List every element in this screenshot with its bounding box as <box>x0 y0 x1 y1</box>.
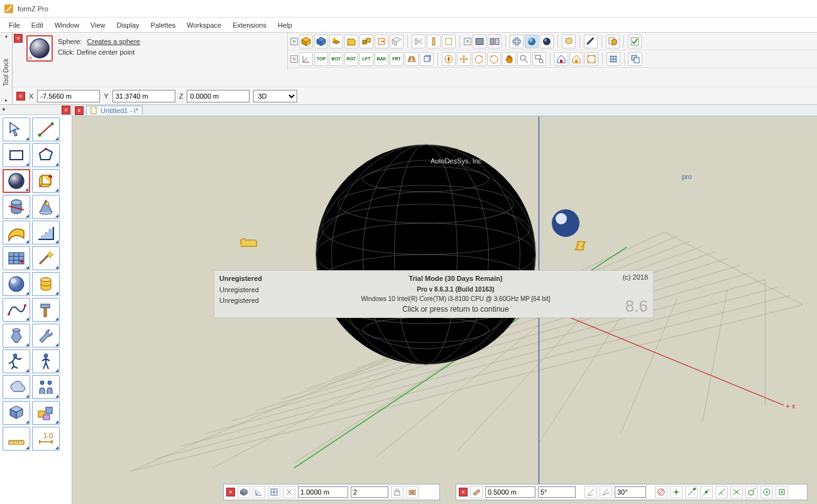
copy-view-icon[interactable] <box>628 52 642 66</box>
globe-dark-icon[interactable] <box>540 35 554 48</box>
close-icon[interactable]: × <box>464 38 471 45</box>
snap-face-icon[interactable] <box>776 486 788 498</box>
snap-angle1-input[interactable] <box>538 486 576 498</box>
menu-view[interactable]: View <box>85 19 111 31</box>
grid-small-icon[interactable] <box>268 486 280 498</box>
home-orange-icon[interactable] <box>569 52 583 66</box>
lock-icon[interactable] <box>391 486 403 498</box>
menu-file[interactable]: File <box>4 19 25 31</box>
splash-info-panel[interactable]: Unregistered Unregistered Unregistered T… <box>214 270 654 318</box>
grid-toggle-icon[interactable] <box>606 52 620 66</box>
box-outline-icon[interactable] <box>442 35 456 48</box>
tool-vase[interactable] <box>3 324 30 348</box>
cube-wire-icon[interactable] <box>420 52 434 66</box>
tool-curve[interactable] <box>3 298 30 322</box>
axes-icon[interactable] <box>299 52 313 66</box>
angle-b-icon[interactable] <box>600 486 612 498</box>
tool-cloud[interactable] <box>3 375 30 399</box>
tool-sphere[interactable] <box>3 169 30 193</box>
snap-angle2-input[interactable] <box>615 486 646 498</box>
panel-shaded-icon[interactable] <box>473 35 486 48</box>
tool-line[interactable] <box>32 118 60 141</box>
menu-extensions[interactable]: Extensions <box>228 19 271 31</box>
bar-icon[interactable] <box>427 35 441 48</box>
chevron-icon[interactable]: ▾ <box>5 34 8 40</box>
tool-barrel[interactable] <box>32 272 60 296</box>
globe-wire-icon[interactable] <box>510 35 524 48</box>
close-icon[interactable]: × <box>290 38 298 45</box>
grid-div-input[interactable] <box>351 486 388 498</box>
tool-wand[interactable] <box>32 246 60 270</box>
move-arrows-icon[interactable] <box>457 52 471 66</box>
axes-small-icon[interactable] <box>253 486 265 498</box>
tool-ruler[interactable] <box>3 427 30 451</box>
tool-person-stand[interactable] <box>32 349 60 373</box>
tool-cone[interactable] <box>32 195 60 219</box>
cube-ghost-icon[interactable] <box>390 35 403 48</box>
close-icon[interactable]: × <box>16 92 25 101</box>
cube-sun-icon[interactable] <box>329 35 343 48</box>
view-bak-button[interactable]: BAK <box>375 52 388 66</box>
close-icon[interactable]: × <box>75 106 84 115</box>
snap-end-icon[interactable] <box>685 486 698 498</box>
tool-stairs[interactable] <box>32 221 60 244</box>
snap-intersect-icon[interactable] <box>730 486 743 498</box>
cubes-icon[interactable] <box>359 35 373 48</box>
view-top-button[interactable]: TOP <box>314 52 328 66</box>
no-snap-icon[interactable] <box>655 486 667 498</box>
angle-a-icon[interactable] <box>584 486 597 498</box>
view-bot-button[interactable]: BOT <box>329 52 343 66</box>
tool-arrow[interactable] <box>3 118 30 141</box>
shaded-cube-icon[interactable] <box>238 486 250 498</box>
cube-arrow-icon[interactable] <box>375 35 388 48</box>
delete-plane-icon[interactable] <box>406 486 419 498</box>
tool-cube-plus[interactable] <box>32 169 60 193</box>
menu-window[interactable]: Window <box>50 19 84 31</box>
view-lft-button[interactable]: LFT <box>359 52 373 66</box>
tool-rect[interactable] <box>3 143 30 167</box>
tool-wrench[interactable] <box>32 324 60 348</box>
close-icon[interactable]: × <box>14 34 23 43</box>
coord-y-input[interactable] <box>112 90 175 102</box>
home-red-icon[interactable] <box>554 52 568 66</box>
fit-icon[interactable] <box>584 52 598 66</box>
hand-icon[interactable] <box>502 52 516 66</box>
menu-help[interactable]: Help <box>273 19 297 31</box>
snap-tangent-icon[interactable] <box>745 486 758 498</box>
check-green-icon[interactable] <box>628 35 642 48</box>
snap-perp-icon[interactable] <box>715 486 728 498</box>
cube-blue-icon[interactable] <box>314 35 328 48</box>
globe-shaded-icon[interactable] <box>525 35 539 48</box>
rotate-right-icon[interactable] <box>487 52 501 66</box>
tool-poly[interactable] <box>32 143 60 167</box>
tool-people[interactable] <box>32 375 60 399</box>
view-rgt-button[interactable]: RGT <box>344 52 358 66</box>
scissors-icon[interactable] <box>412 35 425 48</box>
panel-multi-icon[interactable] <box>488 35 502 48</box>
coord-mode-select[interactable]: 3D <box>253 90 297 102</box>
snap-dist-input[interactable] <box>485 486 535 498</box>
grid-size-input[interactable] <box>298 486 348 498</box>
tool-dims[interactable]: 1.0 <box>32 427 60 451</box>
cube-open-icon[interactable] <box>344 35 358 48</box>
cube-yellow-icon[interactable] <box>299 35 313 48</box>
triangle-icon[interactable]: ▼ <box>1 107 6 112</box>
tool-person-run[interactable] <box>3 349 30 373</box>
tool-cube3[interactable] <box>3 401 30 425</box>
view-frt-button[interactable]: FRT <box>390 52 403 66</box>
tool-boxes[interactable] <box>32 401 60 425</box>
menu-workspace[interactable]: Workspace <box>182 19 226 31</box>
viewport-3d[interactable]: + x <box>72 116 817 504</box>
close-icon[interactable]: × <box>62 106 70 114</box>
rotate-left-icon[interactable] <box>472 52 486 66</box>
tool-surf[interactable] <box>3 221 30 244</box>
coord-z-input[interactable] <box>187 90 249 102</box>
compass-icon[interactable] <box>442 52 456 66</box>
cross-icon[interactable] <box>283 486 295 498</box>
close-icon[interactable]: × <box>226 488 235 496</box>
box-pair-icon[interactable] <box>562 35 576 48</box>
snap-point-icon[interactable] <box>670 486 683 498</box>
menu-palettes[interactable]: Palettes <box>146 19 181 31</box>
pen-icon[interactable] <box>584 35 598 48</box>
zoom-window-icon[interactable] <box>532 52 546 66</box>
